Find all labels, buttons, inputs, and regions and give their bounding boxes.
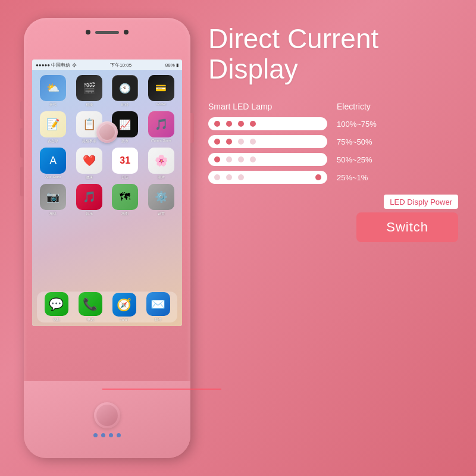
switch-button[interactable]: Switch <box>356 212 458 242</box>
led-dot-b3-3 <box>238 156 244 162</box>
led-bar-row-3 <box>208 153 327 166</box>
elec-label-4: 25%~1% <box>337 171 377 184</box>
title-line2: Display <box>208 54 458 84</box>
dock-phone[interactable]: 📞 电话 <box>79 292 102 322</box>
app-settings[interactable]: ⚙️ 设置 <box>145 184 178 217</box>
app-video[interactable]: 🎬 视频 <box>73 75 106 108</box>
speaker-grille <box>95 31 119 34</box>
led-display-power-label: LED Disply Power <box>390 198 452 206</box>
led-info-section: Smart LED Lamp <box>208 102 458 189</box>
led-dot-b1-2 <box>226 121 232 127</box>
bottom-section: LED Disply Power Switch <box>208 195 458 242</box>
page-title: Direct Current Display <box>208 24 458 84</box>
led-dot-b1-1 <box>214 121 220 127</box>
led-bar-2 <box>208 135 327 148</box>
carrier-signal: ●●●●● 中国电信 令 <box>36 62 77 68</box>
led-bars-column: Smart LED Lamp <box>208 102 327 189</box>
status-bar: ●●●●● 中国电信 令 下午10:05 88% ▮ <box>32 60 182 70</box>
phone-container: ●●●●● 中国电信 令 下午10:05 88% ▮ ⛅ 天气 🎬 视频 🕙 <box>24 18 190 458</box>
led-dot-b2-3 <box>238 139 244 145</box>
dock-mail[interactable]: ✉️ 邮件 <box>146 292 170 322</box>
mute-button <box>20 101 24 119</box>
elec-label-1: 100%~75% <box>337 117 377 130</box>
camera-area <box>86 30 129 35</box>
dock-safari[interactable]: 🧭 Safari <box>112 293 136 321</box>
app-camera[interactable]: 📷 相机 <box>37 184 70 217</box>
ios-dock: 💬 信息 📞 电话 🧭 Safari ✉️ 邮件 <box>37 292 177 322</box>
elec-label-3: 50%~25% <box>337 153 377 166</box>
led-display-power-badge: LED Disply Power <box>384 195 458 209</box>
led-dot-b2-4 <box>250 139 256 145</box>
app-itunes[interactable]: 🎵 iTunes Store <box>145 111 178 144</box>
led-bar-1 <box>208 117 327 130</box>
app-health[interactable]: ❤️ 健康 <box>73 148 106 180</box>
volume-up-button <box>20 128 24 158</box>
led-bar-row-2 <box>208 135 327 148</box>
sensor-icon <box>124 30 129 35</box>
led-dot-3 <box>109 433 113 437</box>
app-grid: ⛅ 天气 🎬 视频 🕙 时钟 💳 Wallet <box>32 70 182 217</box>
right-panel: Direct Current Display Smart LED Lamp <box>208 24 458 242</box>
led-bar-row-1 <box>208 117 327 130</box>
led-dot-1 <box>93 433 98 437</box>
app-music[interactable]: 🎵 音乐 <box>73 184 106 217</box>
smart-led-header: Smart LED Lamp <box>208 102 327 111</box>
led-bar-row-4 <box>208 171 327 184</box>
connector-line <box>102 389 221 390</box>
app-weather[interactable]: ⛅ 天气 <box>37 75 70 108</box>
app-calendar[interactable]: 31 日历 <box>109 148 142 180</box>
led-dot-b2-2 <box>226 139 232 145</box>
led-dot-b1-3 <box>238 121 244 127</box>
phone-screen: ●●●●● 中国电信 令 下午10:05 88% ▮ ⛅ 天气 🎬 视频 🕙 <box>32 60 182 326</box>
app-appstore[interactable]: A App Store <box>37 148 70 180</box>
volume-down-button <box>20 167 24 196</box>
phone-home-button-area <box>96 121 118 143</box>
led-dot-b2-1 <box>214 139 220 145</box>
led-bar-4 <box>208 171 327 184</box>
led-dot-b1-4 <box>250 121 256 127</box>
ios-wallpaper: ⛅ 天气 🎬 视频 🕙 时钟 💳 Wallet <box>32 70 182 326</box>
app-maps[interactable]: 🗺 地图 <box>109 184 142 217</box>
battery-home-button <box>94 402 120 428</box>
led-dot-b3-1 <box>214 156 220 162</box>
led-dot-b4-2 <box>226 174 232 180</box>
led-dot-b4-1 <box>214 174 220 180</box>
title-line1: Direct Current <box>208 24 458 54</box>
led-dot-4 <box>117 433 121 437</box>
app-photos[interactable]: 🌸 照片 <box>145 148 178 180</box>
led-dot-b4-4 <box>315 174 321 180</box>
phone-home-button[interactable] <box>96 121 118 143</box>
led-dot-b3-4 <box>250 156 256 162</box>
app-wallet[interactable]: 💳 Wallet <box>145 75 178 108</box>
elec-label-2: 75%~50% <box>337 135 377 148</box>
electricity-column: Electricty 100%~75% 75%~50% 50%~25% 25%~… <box>337 102 377 189</box>
electricity-header: Electricty <box>337 102 377 111</box>
dock-messages[interactable]: 💬 信息 <box>45 292 68 322</box>
app-clock[interactable]: 🕙 时钟 <box>109 75 142 108</box>
front-camera-icon <box>86 30 90 35</box>
led-bar-3 <box>208 153 327 166</box>
phone-case: ●●●●● 中国电信 令 下午10:05 88% ▮ ⛅ 天气 🎬 视频 🕙 <box>24 18 190 458</box>
led-dot-b4-3 <box>238 174 244 180</box>
battery-case-bottom <box>24 381 190 458</box>
led-dot-b3-2 <box>226 156 232 162</box>
battery: 88% ▮ <box>165 62 178 68</box>
time: 下午10:05 <box>110 62 131 68</box>
led-indicator-dots <box>93 433 121 437</box>
app-notes[interactable]: 📝 备忘录 <box>37 111 70 144</box>
led-dot-2 <box>101 433 105 437</box>
power-button <box>190 113 194 143</box>
